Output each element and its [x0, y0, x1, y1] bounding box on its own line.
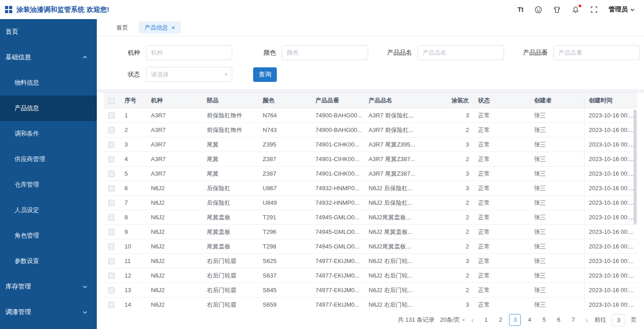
field-label: 产品品名 — [382, 49, 418, 57]
table-cell: N764 — [258, 108, 311, 123]
part-number-input[interactable] — [554, 45, 640, 60]
row-checkbox[interactable] — [108, 185, 115, 192]
status-select[interactable]: 请选择 ▾ — [146, 67, 232, 82]
table-cell: N6J2 后保险杠... — [364, 181, 420, 196]
sidebar-item-label: 产品信息 — [15, 104, 39, 112]
page-size-select[interactable]: 20条/页 ▾ — [440, 316, 465, 324]
sidebar-subitem-material-info[interactable]: 物料信息 — [0, 70, 97, 96]
page-button-7[interactable]: 7 — [567, 314, 579, 326]
row-checkbox[interactable] — [108, 156, 115, 162]
row-checkbox[interactable] — [108, 229, 115, 235]
row-checkbox[interactable] — [108, 243, 115, 250]
notification-badge — [579, 5, 581, 7]
row-checkbox[interactable] — [108, 214, 115, 221]
table-cell: 2 — [420, 152, 474, 167]
page-button-5[interactable]: 5 — [538, 314, 550, 326]
table-cell: 14 — [120, 298, 146, 311]
sidebar-subitem-warehouse-management[interactable]: 仓库管理 — [0, 172, 97, 197]
table-cell: 正常 — [474, 137, 529, 152]
table-cell: Z395 — [258, 137, 311, 152]
table-cell: 右后门轮眉 — [202, 298, 258, 311]
notification-icon[interactable] — [572, 6, 579, 14]
table-cell: 1 — [120, 108, 146, 123]
page-button-3[interactable]: 3 — [509, 314, 521, 326]
skin-icon[interactable] — [553, 6, 561, 14]
search-button[interactable]: 查询 — [253, 67, 277, 82]
sidebar-item-paint-management[interactable]: 调漆管理 — [0, 299, 97, 325]
select-placeholder: 请选择 — [151, 71, 169, 79]
page-button-4[interactable]: 4 — [524, 314, 535, 326]
row-checkbox[interactable] — [108, 287, 115, 294]
page-button-2[interactable]: 2 — [494, 314, 506, 326]
table-cell: N6J2 — [146, 239, 202, 254]
row-checkbox[interactable] — [108, 171, 115, 177]
table-cell: N6J2 右后门轮... — [364, 283, 420, 298]
theme-icon[interactable] — [534, 6, 542, 14]
row-checkbox[interactable] — [108, 200, 115, 206]
next-page-button[interactable]: › — [584, 316, 589, 324]
fullscreen-icon[interactable] — [590, 6, 598, 13]
sidebar-item-inventory-management[interactable]: 库存管理 — [0, 274, 97, 299]
row-checkbox[interactable] — [108, 127, 115, 133]
table-cell: N6J2 右后门轮... — [364, 254, 420, 268]
table-cell: 张三 — [529, 152, 584, 167]
tab-product-info[interactable]: 产品信息 × — [139, 21, 181, 34]
user-menu[interactable]: 管理员 — [609, 5, 635, 14]
table-cell: 正常 — [474, 268, 529, 283]
row-checkbox-cell — [104, 181, 120, 196]
field-part-number: 产品品番 — [518, 45, 640, 60]
table-cell: 尾翼 — [202, 137, 258, 152]
table-cell: S659 — [258, 298, 311, 311]
row-checkbox[interactable] — [108, 142, 115, 148]
select-all-checkbox[interactable] — [108, 98, 115, 104]
product-name-input[interactable] — [418, 45, 504, 60]
sidebar-subitem-parameter-setting[interactable]: 参数设置 — [0, 248, 97, 274]
sidebar-item-label: 仓库管理 — [15, 181, 39, 189]
row-checkbox-cell — [104, 268, 120, 283]
column-header: 涂装次 — [420, 93, 474, 108]
table-cell: N6J2 右后门轮... — [364, 298, 420, 311]
page-number-list: 1234567 — [480, 314, 579, 326]
tab-label: 产品信息 — [145, 21, 168, 34]
prev-page-button[interactable]: ‹ — [470, 316, 475, 324]
table-cell: 2023-10-16 00:... — [584, 225, 637, 239]
sidebar-subitem-blend-condition[interactable]: 调和条件 — [0, 121, 97, 147]
table-cell: 正常 — [474, 225, 529, 239]
table-cell: 74901-CIHK00... — [311, 152, 364, 167]
column-header: 创建时间 — [584, 93, 637, 108]
color-input[interactable] — [282, 45, 368, 60]
close-icon[interactable]: × — [171, 25, 175, 31]
sidebar-subitem-role-management[interactable]: 角色管理 — [0, 223, 97, 248]
field-model: 机种 — [110, 45, 232, 60]
sidebar-subitem-supplier-management[interactable]: 供应商管理 — [0, 147, 97, 172]
table-cell: 2023-10-16 00:... — [584, 268, 637, 283]
vertical-scrollbar[interactable] — [634, 110, 637, 224]
jump-page-input[interactable]: 3 — [612, 314, 625, 326]
table-cell: 后保险杠 — [202, 181, 258, 196]
sidebar-subitem-personnel-setting[interactable]: 人员设定 — [0, 197, 97, 223]
table-cell: 正常 — [474, 254, 529, 268]
table-row: 2A3R7前保险杠饰件N74374900-BAHG00...A3R7 前保险杠.… — [104, 123, 637, 137]
row-checkbox[interactable] — [108, 112, 115, 119]
page-button-6[interactable]: 6 — [553, 314, 564, 326]
font-size-icon[interactable]: Tt — [518, 6, 524, 13]
table-cell: 3 — [420, 167, 474, 181]
table-cell: 尾翼盖板 — [202, 225, 258, 239]
model-input[interactable] — [146, 45, 232, 60]
sidebar-item-home[interactable]: 首页 — [0, 19, 97, 45]
row-checkbox[interactable] — [108, 273, 115, 279]
table-cell: 张三 — [529, 239, 584, 254]
table-cell: A3R7 — [146, 108, 202, 123]
table-cell: 74977-EKIJM0... — [311, 254, 364, 268]
table-cell: 2023-10-16 00:... — [584, 283, 637, 298]
row-checkbox[interactable] — [108, 302, 115, 308]
column-header: 颜色 — [258, 93, 311, 108]
table-cell: 3 — [420, 181, 474, 196]
page-button-1[interactable]: 1 — [480, 314, 492, 326]
sidebar-item-basic-info[interactable]: 基础信息 — [0, 45, 97, 70]
sidebar-subitem-product-info[interactable]: 产品信息 — [0, 96, 97, 121]
table-cell: 张三 — [529, 137, 584, 152]
row-checkbox[interactable] — [108, 258, 115, 264]
tab-home[interactable]: 首页 — [110, 21, 134, 34]
caret-down-icon: ▾ — [225, 71, 227, 77]
